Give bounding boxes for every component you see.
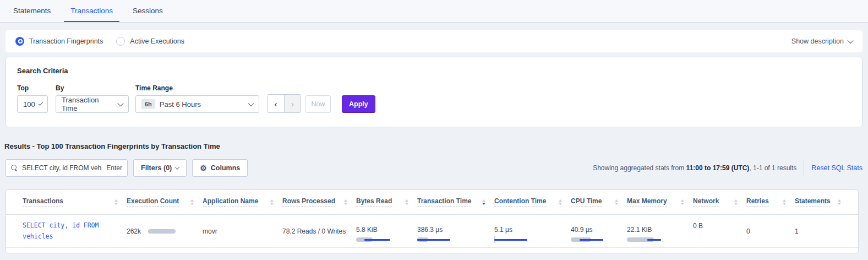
column-header-retries[interactable]: Retries — [746, 197, 795, 207]
radio-unselected-icon — [116, 37, 125, 46]
bytes-read-cell: 5.8 KiB — [356, 226, 417, 236]
column-header-statements[interactable]: Statements — [795, 197, 850, 207]
statements-cell: 1 — [795, 228, 850, 235]
radio-label: Active Executions — [130, 37, 184, 45]
sort-icon[interactable] — [678, 199, 684, 205]
search-icon — [11, 165, 18, 171]
sort-icon[interactable] — [612, 199, 618, 205]
time-range-badge: 6h — [141, 99, 155, 109]
results-toolbar: Enter Filters (0) ⚙ Columns Showing aggr… — [6, 159, 862, 177]
table-row: SELECT city, id FROM vehicles 262k movr … — [6, 215, 858, 248]
application-name-cell: movr — [203, 228, 282, 235]
by-label: By — [56, 84, 129, 92]
column-label: Retries — [746, 197, 769, 207]
execution-count-value: 262k — [127, 228, 141, 235]
radio-selected-icon — [15, 37, 24, 46]
sort-icon[interactable] — [479, 199, 485, 205]
results-title: Results - Top 100 Transaction Fingerprin… — [4, 142, 868, 150]
results-search-box: Enter — [6, 159, 128, 177]
next-time-button[interactable]: › — [284, 95, 301, 112]
column-header-application-name[interactable]: Application Name — [203, 197, 282, 207]
sort-icon[interactable] — [402, 199, 408, 205]
columns-button[interactable]: ⚙ Columns — [192, 159, 248, 177]
sort-icon[interactable] — [111, 199, 118, 205]
chevron-down-icon — [39, 101, 43, 106]
search-criteria-card: Search Criteria Top 100 By Transaction T… — [6, 57, 862, 127]
transaction-fingerprint-link[interactable]: SELECT city, id FROM vehicles — [23, 220, 111, 242]
view-toggle-panel: Transaction Fingerprints Active Executio… — [6, 30, 862, 52]
columns-label: Columns — [211, 164, 240, 172]
column-label: Max Memory — [627, 197, 667, 207]
sort-icon[interactable] — [834, 199, 841, 205]
rows-processed-cell: 78.2 Reads / 0 Writes — [282, 228, 356, 235]
chevron-down-icon — [118, 100, 124, 106]
top-select[interactable]: 100 — [17, 95, 48, 113]
column-header-execution-count[interactable]: Execution Count — [127, 197, 203, 207]
time-range-pager: ‹ › — [267, 94, 301, 113]
time-range-select[interactable]: 6h Past 6 Hours — [135, 95, 259, 113]
retries-cell: 0 — [746, 228, 795, 235]
column-label: Transaction Time — [417, 197, 471, 207]
by-select-value: Transaction Time — [62, 96, 114, 112]
prev-time-button[interactable]: ‹ — [268, 95, 284, 112]
column-label: Rows Processed — [282, 197, 335, 207]
search-input[interactable] — [22, 164, 102, 172]
column-header-bytes-read[interactable]: Bytes Read — [356, 197, 417, 207]
column-header-network[interactable]: Network — [693, 197, 746, 207]
column-header-cpu-time[interactable]: CPU Time — [571, 197, 627, 207]
table-header-row: TransactionsExecution CountApplication N… — [6, 190, 858, 215]
column-label: Network — [693, 197, 719, 207]
column-header-rows-processed[interactable]: Rows Processed — [282, 197, 356, 207]
cpu-time-cell: 40.9 µs — [571, 226, 627, 236]
tab-transactions[interactable]: Transactions — [64, 0, 119, 22]
by-select[interactable]: Transaction Time — [56, 95, 129, 113]
column-header-transaction-time[interactable]: Transaction Time — [417, 197, 494, 207]
search-criteria-title: Search Criteria — [17, 67, 851, 75]
chevron-down-icon — [175, 165, 179, 169]
tab-sessions[interactable]: Sessions — [126, 0, 170, 22]
column-label: Application Name — [203, 197, 258, 207]
top-select-value: 100 — [23, 100, 35, 109]
chevron-down-icon — [847, 37, 853, 44]
execution-count-cell: 262k — [127, 228, 196, 235]
sort-icon[interactable] — [267, 199, 274, 205]
radio-active-executions[interactable]: Active Executions — [116, 37, 184, 46]
column-label: Transactions — [23, 197, 63, 207]
sort-icon[interactable] — [187, 199, 194, 205]
filters-button[interactable]: Filters (0) — [133, 159, 187, 177]
sort-icon[interactable] — [555, 199, 562, 205]
reset-sql-stats-link[interactable]: Reset SQL Stats — [811, 164, 862, 172]
aggregated-stats-text: Showing aggregated stats from 11:00 to 1… — [593, 164, 796, 172]
max-memory-cell: 22.1 KiB — [627, 226, 693, 236]
time-range-value: Past 6 Hours — [160, 100, 201, 109]
radio-label: Transaction Fingerprints — [29, 37, 103, 45]
apply-button[interactable]: Apply — [342, 95, 375, 113]
show-description-toggle[interactable]: Show description — [791, 37, 853, 45]
column-label: Bytes Read — [356, 197, 392, 207]
column-label: Contention Time — [494, 197, 546, 207]
transaction-time-cell: 386.3 µs — [417, 226, 494, 236]
column-header-max-memory[interactable]: Max Memory — [627, 197, 693, 207]
contention-time-cell: 5.1 µs — [494, 226, 571, 236]
divider — [804, 160, 804, 176]
top-label: Top — [17, 84, 48, 92]
column-header-contention-time[interactable]: Contention Time — [494, 197, 571, 207]
column-header-transactions[interactable]: Transactions — [23, 197, 127, 207]
sort-icon[interactable] — [779, 199, 786, 205]
network-cell: 0 B — [693, 215, 746, 230]
filters-label: Filters (0) — [141, 164, 172, 172]
now-button[interactable]: Now — [305, 95, 331, 113]
gear-icon: ⚙ — [200, 164, 207, 172]
transactions-table: TransactionsExecution CountApplication N… — [6, 189, 859, 253]
column-label: CPU Time — [571, 197, 602, 207]
tab-statements[interactable]: Statements — [7, 0, 57, 22]
sort-icon[interactable] — [731, 199, 738, 205]
sort-icon[interactable] — [341, 199, 347, 205]
column-label: Execution Count — [127, 197, 179, 207]
execution-count-bar — [148, 228, 182, 235]
page-tabs: Statements Transactions Sessions — [0, 0, 868, 23]
time-range-label: Time Range — [135, 84, 259, 92]
radio-transaction-fingerprints[interactable]: Transaction Fingerprints — [15, 37, 103, 46]
enter-hint: Enter — [106, 164, 122, 172]
show-description-label: Show description — [791, 37, 844, 45]
